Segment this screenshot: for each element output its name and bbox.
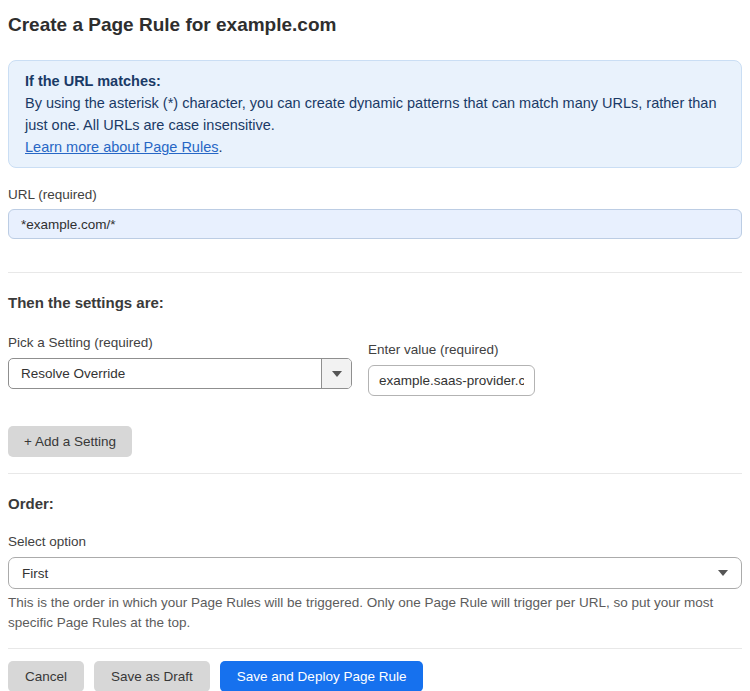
setting-value-input[interactable] bbox=[368, 365, 535, 396]
order-select-value: First bbox=[22, 566, 48, 581]
setting-picker-label: Pick a Setting (required) bbox=[8, 334, 352, 351]
order-help-text: This is the order in which your Page Rul… bbox=[8, 593, 742, 633]
link-suffix: . bbox=[218, 139, 222, 155]
setting-select[interactable]: Resolve Override bbox=[8, 358, 352, 389]
cancel-button[interactable]: Cancel bbox=[8, 661, 84, 691]
setting-select-caret-button[interactable] bbox=[321, 359, 351, 388]
divider bbox=[8, 473, 742, 474]
info-box-heading: If the URL matches: bbox=[25, 70, 725, 92]
url-match-info-box: If the URL matches: By using the asteris… bbox=[8, 60, 742, 168]
add-setting-button[interactable]: + Add a Setting bbox=[8, 426, 132, 457]
form-actions: Cancel Save as Draft Save and Deploy Pag… bbox=[8, 661, 742, 691]
setting-picker-column: Pick a Setting (required) Resolve Overri… bbox=[8, 334, 352, 389]
divider bbox=[8, 272, 742, 273]
order-select[interactable]: First bbox=[8, 557, 742, 589]
page-title: Create a Page Rule for example.com bbox=[8, 13, 742, 37]
settings-row: Pick a Setting (required) Resolve Overri… bbox=[8, 334, 742, 396]
settings-section-heading: Then the settings are: bbox=[8, 294, 742, 312]
learn-more-link[interactable]: Learn more about Page Rules bbox=[25, 139, 218, 155]
url-field-label: URL (required) bbox=[8, 186, 742, 203]
info-box-body: By using the asterisk (*) character, you… bbox=[25, 92, 725, 136]
chevron-down-icon bbox=[718, 570, 728, 576]
save-and-deploy-button[interactable]: Save and Deploy Page Rule bbox=[220, 661, 424, 691]
setting-value-label: Enter value (required) bbox=[368, 341, 535, 358]
setting-value-column: Enter value (required) bbox=[368, 341, 535, 396]
url-input[interactable] bbox=[8, 209, 742, 239]
info-box-link-line: Learn more about Page Rules. bbox=[25, 136, 725, 158]
order-select-label: Select option bbox=[8, 533, 742, 550]
divider bbox=[8, 648, 742, 649]
order-section-heading: Order: bbox=[8, 495, 742, 513]
chevron-down-icon bbox=[332, 371, 342, 377]
setting-select-value: Resolve Override bbox=[9, 359, 321, 388]
page-rule-form: Create a Page Rule for example.com If th… bbox=[0, 13, 750, 691]
save-as-draft-button[interactable]: Save as Draft bbox=[94, 661, 210, 691]
